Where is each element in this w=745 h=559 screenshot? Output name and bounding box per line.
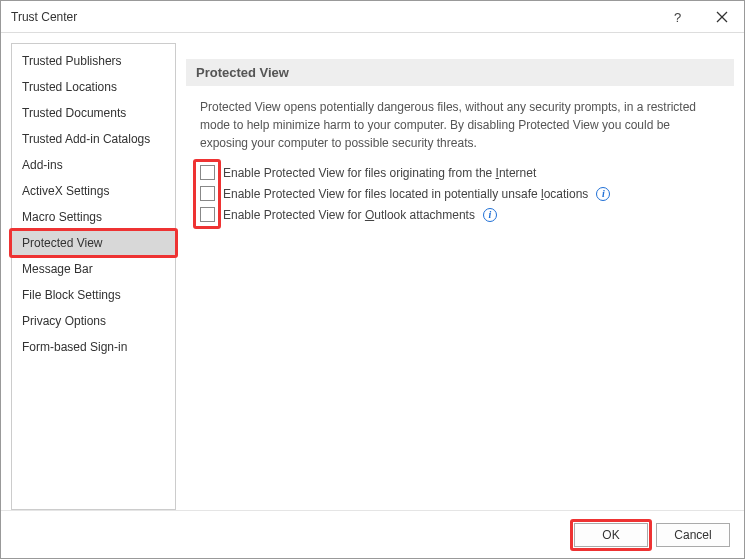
- svg-text:?: ?: [674, 11, 681, 23]
- category-sidebar: Trusted Publishers Trusted Locations Tru…: [11, 43, 176, 510]
- sidebar-item-label: Protected View: [22, 236, 103, 250]
- checkbox-row-unsafe-locations[interactable]: Enable Protected View for files located …: [200, 183, 734, 204]
- content-pane: Protected View Protected View opens pote…: [186, 43, 734, 510]
- checkbox-label: Enable Protected View for files located …: [223, 187, 588, 201]
- sidebar-item-protected-view[interactable]: Protected View: [12, 230, 175, 256]
- sidebar-item-label: Add-ins: [22, 158, 63, 172]
- checkbox-group: Enable Protected View for files originat…: [186, 162, 734, 225]
- sidebar-item-label: Trusted Locations: [22, 80, 117, 94]
- sidebar-item-privacy-options[interactable]: Privacy Options: [12, 308, 175, 334]
- sidebar-item-trusted-addin-catalogs[interactable]: Trusted Add-in Catalogs: [12, 126, 175, 152]
- checkbox-icon[interactable]: [200, 165, 215, 180]
- section-description: Protected View opens potentially dangero…: [186, 98, 734, 162]
- sidebar-item-addins[interactable]: Add-ins: [12, 152, 175, 178]
- sidebar-item-label: Form-based Sign-in: [22, 340, 127, 354]
- window-title: Trust Center: [11, 10, 654, 24]
- checkbox-row-internet[interactable]: Enable Protected View for files originat…: [200, 162, 734, 183]
- sidebar-item-label: File Block Settings: [22, 288, 121, 302]
- dialog-body: Trusted Publishers Trusted Locations Tru…: [1, 33, 744, 510]
- sidebar-item-form-based-signin[interactable]: Form-based Sign-in: [12, 334, 175, 360]
- checkbox-icon[interactable]: [200, 186, 215, 201]
- sidebar-item-label: Message Bar: [22, 262, 93, 276]
- sidebar-item-trusted-documents[interactable]: Trusted Documents: [12, 100, 175, 126]
- sidebar-item-label: Macro Settings: [22, 210, 102, 224]
- sidebar-item-macro-settings[interactable]: Macro Settings: [12, 204, 175, 230]
- info-icon[interactable]: i: [483, 208, 497, 222]
- sidebar-item-label: Trusted Documents: [22, 106, 126, 120]
- titlebar: Trust Center ?: [1, 1, 744, 33]
- section-header: Protected View: [186, 59, 734, 86]
- ok-button[interactable]: OK: [574, 523, 648, 547]
- help-icon: ?: [671, 11, 683, 23]
- button-label: Cancel: [674, 528, 711, 542]
- dialog-footer: OK Cancel: [1, 510, 744, 558]
- help-button[interactable]: ?: [654, 1, 699, 33]
- button-label: OK: [602, 528, 619, 542]
- sidebar-item-activex-settings[interactable]: ActiveX Settings: [12, 178, 175, 204]
- sidebar-item-trusted-publishers[interactable]: Trusted Publishers: [12, 48, 175, 74]
- checkbox-icon[interactable]: [200, 207, 215, 222]
- info-icon[interactable]: i: [596, 187, 610, 201]
- sidebar-item-label: Trusted Publishers: [22, 54, 122, 68]
- sidebar-item-label: ActiveX Settings: [22, 184, 109, 198]
- sidebar-item-label: Privacy Options: [22, 314, 106, 328]
- cancel-button[interactable]: Cancel: [656, 523, 730, 547]
- sidebar-item-trusted-locations[interactable]: Trusted Locations: [12, 74, 175, 100]
- close-button[interactable]: [699, 1, 744, 33]
- checkbox-label: Enable Protected View for files originat…: [223, 166, 536, 180]
- trust-center-dialog: Trust Center ? Trusted Publishers Truste…: [0, 0, 745, 559]
- sidebar-item-file-block-settings[interactable]: File Block Settings: [12, 282, 175, 308]
- checkbox-label: Enable Protected View for Outlook attach…: [223, 208, 475, 222]
- sidebar-item-label: Trusted Add-in Catalogs: [22, 132, 150, 146]
- sidebar-item-message-bar[interactable]: Message Bar: [12, 256, 175, 282]
- close-icon: [716, 11, 728, 23]
- checkbox-row-outlook-attachments[interactable]: Enable Protected View for Outlook attach…: [200, 204, 734, 225]
